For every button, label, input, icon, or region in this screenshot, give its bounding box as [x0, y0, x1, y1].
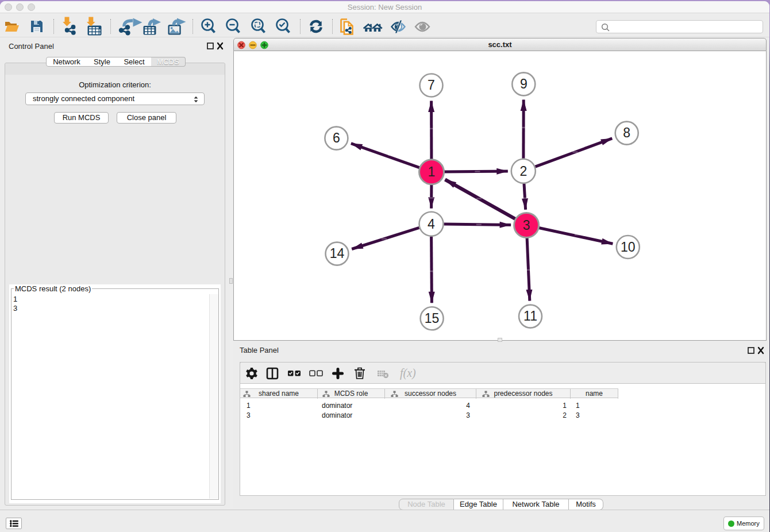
- svg-text:f(x): f(x): [400, 367, 416, 380]
- svg-text:8: 8: [623, 125, 630, 140]
- svg-text:10: 10: [621, 240, 636, 255]
- svg-text:3: 3: [523, 218, 530, 233]
- svg-text:6: 6: [333, 130, 340, 145]
- svg-text:2: 2: [519, 164, 527, 179]
- svg-text:9: 9: [520, 76, 528, 91]
- svg-text:14: 14: [330, 246, 345, 261]
- svg-text:15: 15: [425, 311, 440, 326]
- svg-text:4: 4: [428, 217, 435, 232]
- svg-text:11: 11: [523, 309, 537, 323]
- svg-text:7: 7: [428, 78, 435, 92]
- svg-text:1: 1: [428, 164, 436, 179]
